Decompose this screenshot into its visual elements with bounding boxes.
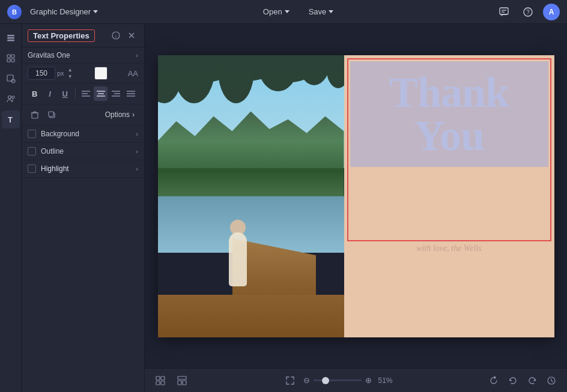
- refresh-button[interactable]: [485, 372, 502, 389]
- outline-section[interactable]: Outline ›: [22, 143, 144, 160]
- main-layout: T Text Properties i: [0, 24, 567, 392]
- svg-rect-10: [7, 59, 10, 62]
- svg-point-45: [257, 55, 299, 91]
- font-color-picker[interactable]: [94, 67, 108, 80]
- options-arrow-icon: ›: [132, 110, 135, 119]
- sidebar-text-button[interactable]: T: [2, 110, 20, 128]
- bottom-grid-button[interactable]: [152, 372, 169, 389]
- help-button[interactable]: ?: [519, 3, 537, 21]
- panel-header-icons: i: [109, 29, 138, 42]
- svg-text:i: i: [115, 34, 117, 39]
- svg-text:T: T: [8, 115, 13, 124]
- top-bar: B Graphic Designer Open Save: [0, 0, 567, 24]
- panel-header: Text Properties i: [22, 24, 144, 47]
- outline-chevron-icon: ›: [136, 148, 138, 155]
- save-button[interactable]: Save: [302, 4, 341, 19]
- branches-overlay: [158, 55, 344, 182]
- svg-point-47: [326, 55, 344, 88]
- svg-point-43: [173, 55, 215, 103]
- app-name-button[interactable]: Graphic Designer: [26, 5, 102, 19]
- canvas-left-panel: [158, 55, 344, 337]
- foreground-layer: [158, 295, 344, 337]
- align-center-button[interactable]: [94, 86, 108, 101]
- canvas-area: Thank You with love, the Wells: [145, 24, 567, 392]
- font-arrow-icon: ›: [136, 52, 138, 59]
- undo-button[interactable]: [505, 372, 521, 389]
- panel-info-button[interactable]: i: [109, 29, 123, 42]
- size-up-button[interactable]: ▲: [66, 67, 74, 73]
- font-size-input[interactable]: [28, 67, 55, 80]
- app-name-chevron-icon: [93, 10, 98, 13]
- canvas-right-panel: Thank You with love, the Wells: [344, 55, 554, 337]
- font-transform-button[interactable]: AA: [128, 69, 138, 78]
- italic-button[interactable]: I: [43, 86, 56, 101]
- align-justify-button[interactable]: [124, 86, 138, 101]
- chat-button[interactable]: [495, 3, 513, 21]
- svg-rect-33: [32, 113, 38, 118]
- svg-rect-5: [7, 35, 14, 37]
- font-name-label: Gravitas One: [28, 51, 70, 59]
- app-logo: B: [7, 5, 22, 19]
- sidebar-grid-button[interactable]: [2, 49, 20, 67]
- svg-rect-6: [7, 37, 14, 39]
- sidebar-shapes-button[interactable]: [2, 70, 20, 88]
- size-input-group: px ▲ ▼: [28, 67, 74, 80]
- highlight-section[interactable]: Highlight ›: [22, 160, 144, 178]
- align-right-button[interactable]: [109, 86, 123, 101]
- top-bar-right: ? A: [495, 3, 560, 21]
- canvas[interactable]: Thank You with love, the Wells: [158, 55, 554, 337]
- svg-rect-50: [156, 381, 160, 385]
- bottom-bar: ⊖ ⊕ 51%: [145, 368, 567, 392]
- highlight-checkbox[interactable]: [28, 164, 36, 173]
- svg-rect-11: [11, 59, 14, 62]
- thank-you-text-area[interactable]: Thank You: [350, 61, 548, 167]
- bottom-right: [485, 372, 560, 389]
- person-silhouette: [223, 214, 256, 286]
- history-button[interactable]: [543, 372, 560, 389]
- outline-checkbox[interactable]: [28, 147, 36, 155]
- bold-button[interactable]: B: [28, 86, 41, 101]
- zoom-slider[interactable]: [314, 379, 362, 381]
- sidebar-people-button[interactable]: [2, 90, 20, 108]
- avatar-button[interactable]: A: [543, 4, 560, 20]
- panel-close-button[interactable]: [125, 29, 138, 42]
- save-chevron-icon: [329, 10, 333, 13]
- size-arrows: ▲ ▼: [66, 67, 74, 80]
- zoom-plus-icon: ⊕: [365, 376, 372, 385]
- size-down-button[interactable]: ▼: [66, 74, 74, 80]
- redo-button[interactable]: [524, 372, 541, 389]
- font-row[interactable]: Gravitas One ›: [22, 47, 144, 64]
- sidebar-layers-button[interactable]: [2, 29, 20, 47]
- bottom-left: [152, 372, 190, 389]
- outline-label: Outline: [41, 147, 131, 155]
- options-button[interactable]: Options ›: [102, 109, 138, 121]
- format-row: B I U: [22, 83, 144, 104]
- svg-rect-36: [49, 112, 53, 116]
- bottom-layout-button[interactable]: [174, 372, 190, 389]
- align-left-button[interactable]: [79, 86, 92, 101]
- canvas-workspace: Thank You with love, the Wells: [145, 24, 567, 368]
- person-body: [229, 232, 247, 286]
- underline-button[interactable]: U: [58, 86, 72, 101]
- left-panel: Text Properties i Gravitas One: [22, 24, 145, 392]
- background-chevron-icon: ›: [136, 130, 138, 137]
- open-button[interactable]: Open: [256, 4, 297, 19]
- svg-point-15: [12, 96, 14, 98]
- bottom-center: ⊖ ⊕ 51%: [282, 372, 395, 389]
- background-checkbox[interactable]: [28, 130, 36, 138]
- svg-point-46: [297, 55, 331, 85]
- svg-rect-51: [161, 381, 165, 385]
- svg-rect-48: [156, 376, 160, 380]
- zoom-percentage: 51%: [377, 376, 395, 385]
- size-unit-label: px: [57, 70, 64, 77]
- delete-button[interactable]: [28, 107, 42, 122]
- thank-you-line2: You: [414, 114, 484, 157]
- background-section[interactable]: Background ›: [22, 125, 144, 143]
- zoom-controls: ⊖ ⊕: [303, 376, 372, 385]
- photo: [158, 55, 344, 337]
- panel-title: Text Properties: [28, 29, 95, 42]
- svg-rect-8: [7, 55, 10, 58]
- fit-screen-button[interactable]: [282, 372, 299, 389]
- duplicate-button[interactable]: [44, 107, 59, 122]
- svg-point-14: [8, 96, 11, 99]
